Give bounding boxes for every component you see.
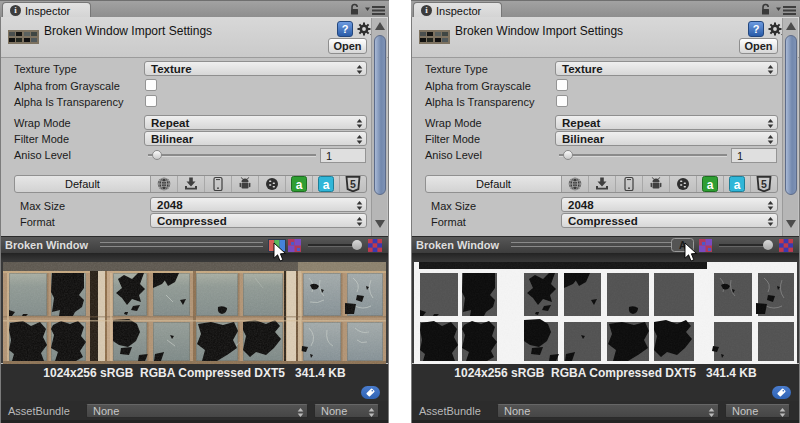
svg-text:a: a bbox=[734, 178, 741, 192]
svg-text:a: a bbox=[707, 178, 714, 192]
svg-text:5: 5 bbox=[350, 178, 356, 190]
svg-text:a: a bbox=[296, 178, 303, 192]
svg-text:a: a bbox=[323, 178, 330, 192]
svg-text:5: 5 bbox=[761, 178, 767, 190]
